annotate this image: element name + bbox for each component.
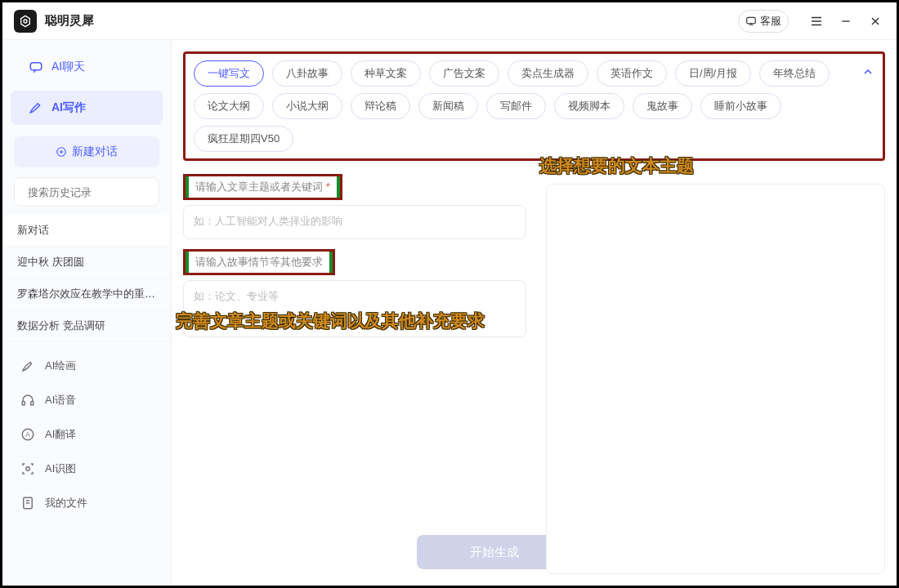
annotation-inner-box: 请输入文章主题或者关键词 *	[186, 176, 340, 198]
history-item[interactable]: 迎中秋 庆团圆	[4, 247, 169, 278]
scan-icon	[20, 461, 35, 476]
menu-icon[interactable]	[807, 11, 826, 31]
close-icon[interactable]	[865, 11, 885, 31]
sidebar: AI聊天 AI写作 新建对话 新对话 迎中秋 庆团圆 罗森塔尔效应在教学中的重要…	[2, 40, 172, 586]
tool-label: AI识图	[45, 461, 76, 476]
topic-chip[interactable]: 新闻稿	[418, 93, 478, 119]
svg-rect-9	[30, 63, 42, 70]
new-chat-button[interactable]: 新建对话	[14, 136, 159, 167]
support-button[interactable]: 客服	[738, 10, 789, 33]
svg-marker-0	[21, 16, 30, 26]
svg-point-19	[26, 467, 30, 471]
history-list: 新对话 迎中秋 庆团圆 罗森塔尔效应在教学中的重要… 数据分析 竞品调研	[2, 215, 171, 342]
tool-ai-translate[interactable]: A AI翻译	[2, 417, 171, 452]
minimize-icon[interactable]	[836, 11, 856, 31]
tool-label: 我的文件	[45, 496, 87, 510]
tool-ai-vision[interactable]: AI识图	[2, 452, 171, 486]
topic-chip[interactable]: 一键写文	[194, 60, 264, 87]
support-label: 客服	[760, 14, 781, 29]
topic-chip[interactable]: 年终总结	[759, 60, 830, 87]
tab-label: AI写作	[51, 100, 86, 115]
topic-chip[interactable]: 写邮件	[486, 93, 546, 119]
tab-ai-write[interactable]: AI写作	[11, 91, 163, 125]
topic-chip[interactable]: 视频脚本	[554, 93, 624, 119]
tab-ai-chat[interactable]: AI聊天	[11, 50, 163, 84]
history-item[interactable]: 新对话	[4, 215, 169, 247]
topic-chip[interactable]: 论文大纲	[194, 93, 264, 119]
collapse-toggle[interactable]	[861, 65, 874, 82]
topic-chip[interactable]: 八卦故事	[272, 60, 342, 87]
tool-label: AI翻译	[45, 427, 76, 442]
content-area: 一键写文 八卦故事 种草文案 广告文案 卖点生成器 英语作文 日/周/月报 年终…	[172, 40, 897, 586]
topic-chip[interactable]: 英语作文	[597, 60, 667, 87]
title-bar: 聪明灵犀 客服	[2, 2, 897, 40]
tool-my-files[interactable]: 我的文件	[2, 486, 171, 520]
topic-chip[interactable]: 广告文案	[429, 60, 499, 87]
tool-ai-paint[interactable]: AI绘画	[2, 349, 171, 383]
search-input[interactable]	[28, 186, 165, 198]
svg-rect-15	[22, 402, 25, 406]
chevron-up-icon	[861, 65, 874, 78]
tool-label: AI语音	[45, 393, 76, 408]
topic-chip[interactable]: 辩论稿	[351, 93, 410, 119]
tool-ai-voice[interactable]: AI语音	[2, 383, 171, 417]
chat-icon	[29, 60, 43, 74]
topic-chip[interactable]: 睡前小故事	[700, 93, 781, 119]
annotation-highlight-box: 请输入文章主题或者关键词 *	[183, 174, 342, 200]
new-chat-label: 新建对话	[72, 145, 118, 159]
chat-bubble-icon	[745, 16, 757, 27]
headphone-icon	[20, 393, 35, 408]
topic-chip[interactable]: 日/周/月报	[675, 60, 751, 87]
translate-icon: A	[20, 427, 35, 442]
tab-label: AI聊天	[51, 60, 85, 74]
svg-rect-2	[747, 17, 756, 24]
svg-text:A: A	[25, 431, 30, 439]
detail-input[interactable]: 如：论文、专业等	[183, 280, 526, 337]
topic-chip[interactable]: 小说大纲	[272, 93, 342, 119]
output-panel	[546, 184, 885, 574]
topic-chip[interactable]: 疯狂星期四V50	[194, 126, 293, 152]
plus-circle-icon	[56, 146, 67, 158]
search-box[interactable]	[14, 177, 159, 207]
topic-chip[interactable]: 鬼故事	[633, 93, 692, 119]
brush-icon	[20, 359, 35, 373]
svg-rect-16	[31, 402, 34, 406]
topic-input[interactable]: 如：人工智能对人类择业的影响	[183, 205, 526, 239]
detail-input-label: 请输入故事情节等其他要求	[189, 252, 329, 273]
history-item[interactable]: 罗森塔尔效应在教学中的重要…	[4, 278, 169, 310]
topic-chip[interactable]: 卖点生成器	[508, 60, 588, 87]
tools-list: AI绘画 AI语音 A AI翻译 AI识图 我的文件	[2, 349, 171, 520]
app-title: 聪明灵犀	[45, 13, 94, 29]
file-icon	[20, 496, 35, 510]
topic-selector: 一键写文 八卦故事 种草文案 广告文案 卖点生成器 英语作文 日/周/月报 年终…	[183, 51, 885, 161]
topic-input-label: 请输入文章主题或者关键词 *	[189, 176, 337, 198]
history-item[interactable]: 数据分析 竞品调研	[4, 310, 169, 342]
topic-chip[interactable]: 种草文案	[351, 60, 421, 87]
pen-icon	[29, 100, 43, 115]
tool-label: AI绘画	[45, 359, 76, 373]
app-logo	[14, 10, 37, 33]
annotation-highlight-box: 请输入故事情节等其他要求	[183, 249, 335, 275]
annotation-inner-box: 请输入故事情节等其他要求	[186, 252, 333, 273]
svg-point-1	[24, 20, 27, 23]
